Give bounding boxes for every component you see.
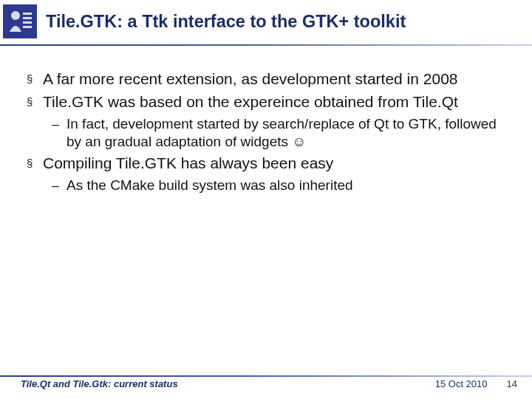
svg-rect-4 bbox=[23, 21, 32, 24]
svg-rect-5 bbox=[23, 26, 32, 28]
dash-mark-icon: – bbox=[52, 115, 66, 151]
footer-date: 15 Oct 2010 bbox=[435, 378, 488, 389]
bullet-text: Tile.GTK was based on the expereince obt… bbox=[43, 92, 458, 112]
bullet-mark-icon: § bbox=[27, 92, 43, 112]
bullet-mark-icon: § bbox=[27, 154, 43, 174]
bullet-text: As the CMake build system was also inher… bbox=[66, 177, 353, 194]
bullet-mark-icon: § bbox=[27, 69, 43, 89]
svg-rect-2 bbox=[23, 13, 32, 15]
svg-point-1 bbox=[11, 11, 20, 20]
slide-footer: Tile.Qt and Tile.Gtk: current status 15 … bbox=[0, 374, 532, 399]
page-number: 14 bbox=[507, 378, 517, 389]
slide: Tile.GTK: a Ttk interface to the GTK+ to… bbox=[0, 0, 532, 399]
bullet-text: In fact, development started by search/r… bbox=[66, 115, 511, 151]
slide-header: Tile.GTK: a Ttk interface to the GTK+ to… bbox=[0, 0, 532, 38]
logo-icon bbox=[3, 4, 37, 38]
svg-rect-3 bbox=[23, 17, 32, 19]
bullet-level2: – As the CMake build system was also inh… bbox=[52, 177, 511, 194]
bullet-level1: § Tile.GTK was based on the expereince o… bbox=[27, 92, 511, 112]
dash-mark-icon: – bbox=[52, 177, 66, 194]
bullet-text: Compiling Tile.GTK has always been easy bbox=[43, 154, 333, 174]
footer-right: 15 Oct 2010 14 bbox=[435, 378, 517, 389]
footer-title: Tile.Qt and Tile.Gtk: current status bbox=[21, 378, 178, 389]
bullet-level1: § A far more recent extension, as develo… bbox=[27, 69, 511, 89]
bullet-level2: – In fact, development started by search… bbox=[52, 115, 511, 151]
slide-body: § A far more recent extension, as develo… bbox=[0, 46, 532, 195]
bullet-text: A far more recent extension, as developm… bbox=[43, 69, 458, 89]
bullet-level1: § Compiling Tile.GTK has always been eas… bbox=[27, 154, 511, 174]
slide-title: Tile.GTK: a Ttk interface to the GTK+ to… bbox=[46, 12, 406, 32]
